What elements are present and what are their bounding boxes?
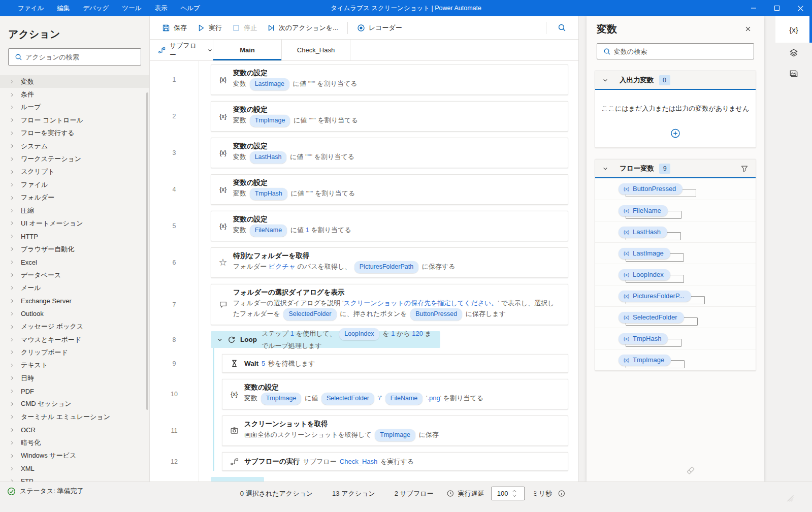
flow-action-card[interactable]: {x}変数の設定変数 TmpImage に値 '""' を割り当てる: [211, 101, 568, 132]
tab-Check_Hash[interactable]: Check_Hash: [282, 40, 350, 60]
flow-action-card[interactable]: {x}変数の設定変数 LastImage に値 '""' を割り当てる: [211, 65, 568, 95]
variables-search-input[interactable]: [614, 48, 750, 55]
sidebar-item[interactable]: Outlook: [0, 307, 149, 320]
run-delay-input[interactable]: [492, 490, 511, 497]
actions-search-box[interactable]: [8, 48, 141, 66]
sidebar-item[interactable]: ワークステーション: [0, 152, 149, 165]
sidebar-item[interactable]: 日時: [0, 372, 149, 385]
sidebar-item[interactable]: OCR: [0, 424, 149, 436]
io-variables-header[interactable]: 入出力変数 0: [595, 71, 756, 90]
flow-variable-row[interactable]: (x)TmpImage: [595, 349, 756, 370]
sidebar-item[interactable]: クリップボード: [0, 346, 149, 359]
sidebar-item[interactable]: Exchange Server: [0, 295, 149, 307]
end-action[interactable]: End: [211, 477, 264, 482]
flow-action-card[interactable]: Wait5 秒を待機します: [222, 354, 568, 373]
sidebar-item[interactable]: Windows サービス: [0, 449, 149, 462]
sidebar-item[interactable]: スクリプト: [0, 166, 149, 178]
sidebar-item[interactable]: システム: [0, 140, 149, 152]
menu-item-表示[interactable]: 表示: [148, 0, 174, 16]
variable-chip[interactable]: (x)TmpImage: [619, 355, 671, 366]
flow-action-card[interactable]: {x}変数の設定変数 TmpHash に値 '""' を割り当てる: [211, 174, 568, 205]
variable-pill[interactable]: SelectedFolder: [321, 393, 374, 405]
close-variables-panel-button[interactable]: [741, 22, 755, 36]
spin-down-icon[interactable]: [512, 494, 517, 497]
sidebar-item[interactable]: Excel: [0, 255, 149, 268]
sidebar-item[interactable]: ターミナル エミュレーション: [0, 410, 149, 423]
sidebar-item[interactable]: ファイル: [0, 178, 149, 191]
sidebar-item[interactable]: CMD セッション: [0, 398, 149, 410]
value-link[interactable]: ピクチャ: [269, 263, 296, 270]
rail-images-button[interactable]: [775, 63, 812, 83]
sidebar-item[interactable]: マウスとキーボード: [0, 333, 149, 346]
flow-variable-row[interactable]: (x)LoopIndex: [595, 264, 756, 285]
menu-item-ファイル[interactable]: ファイル: [11, 0, 50, 16]
menu-item-編集[interactable]: 編集: [50, 0, 76, 16]
value-link[interactable]: Check_Hash: [340, 458, 377, 465]
variable-pill[interactable]: TmpHash: [250, 188, 287, 200]
add-io-variable-button[interactable]: [671, 129, 680, 138]
eraser-icon[interactable]: [686, 465, 696, 475]
flow-action-card[interactable]: スクリーンショットを取得画面全体のスクリーンショットを取得して TmpImage…: [222, 415, 568, 446]
flow-action-card[interactable]: フォルダーの選択ダイアログを表示フォルダーの選択ダイアログを説明 'スクリーンシ…: [211, 284, 568, 325]
flow-action-card[interactable]: ☆特別なフォルダーを取得フォルダー ピクチャ のパスを取得し、 Pictures…: [211, 247, 568, 278]
variable-pill[interactable]: ButtonPressed: [410, 308, 462, 321]
variable-pill[interactable]: LastImage: [250, 78, 289, 90]
sidebar-item[interactable]: 圧縮: [0, 204, 149, 217]
variable-chip[interactable]: (x)LoopIndex: [619, 269, 670, 280]
variable-pill[interactable]: LastHash: [250, 151, 287, 164]
sidebar-item[interactable]: HTTP: [0, 230, 149, 243]
sidebar-item[interactable]: 暗号化: [0, 436, 149, 449]
sidebar-item[interactable]: 条件: [0, 88, 149, 101]
rail-variables-button[interactable]: {x}: [775, 16, 812, 43]
save-button[interactable]: 保存: [157, 20, 192, 36]
variable-chip[interactable]: (x)PicturesFolderP...: [619, 291, 691, 302]
close-button[interactable]: [789, 0, 812, 16]
flow-action-card[interactable]: {x}変数の設定変数 FileName に値 1 を割り当てる: [211, 211, 568, 241]
flow-variable-row[interactable]: (x)TmpHash: [595, 328, 756, 349]
sidebar-item[interactable]: ループ: [0, 101, 149, 114]
filter-icon[interactable]: [740, 165, 749, 173]
variable-chip[interactable]: (x)SelectedFolder: [619, 312, 684, 323]
flow-action-card[interactable]: {x}変数の設定変数 LastHash に値 '""' を割り当てる: [211, 138, 568, 168]
chevron-down-icon[interactable]: [217, 336, 223, 344]
sidebar-item[interactable]: フローを実行する: [0, 127, 149, 140]
flow-variable-row[interactable]: (x)LastHash: [595, 221, 756, 242]
flow-action-card[interactable]: {x}変数の設定変数 TmpImage に値 SelectedFolder '/…: [222, 379, 568, 409]
sidebar-item[interactable]: メール: [0, 281, 149, 294]
variable-pill[interactable]: TmpImage: [261, 393, 302, 405]
variable-pill[interactable]: SelectedFolder: [283, 308, 336, 321]
search-icon[interactable]: [558, 23, 566, 32]
maximize-button[interactable]: [765, 0, 789, 16]
sidebar-item[interactable]: ブラウザー自動化: [0, 243, 149, 255]
subflow-dropdown[interactable]: サブフロー: [150, 40, 213, 60]
run-next-action-button[interactable]: 次のアクションを...: [262, 20, 343, 36]
variable-pill[interactable]: LoopIndex: [339, 328, 379, 340]
loop-action[interactable]: Loopステップ 1 を使用して、 LoopIndex を 1 から 120 ま…: [211, 331, 440, 348]
flow-variable-row[interactable]: (x)FileName: [595, 200, 756, 221]
variables-search-box[interactable]: [597, 43, 754, 59]
flow-variable-row[interactable]: (x)LastImage: [595, 242, 756, 264]
recorder-button[interactable]: レコーダー: [352, 20, 407, 36]
actions-search-input[interactable]: [25, 53, 137, 61]
variable-chip[interactable]: (x)FileName: [619, 205, 668, 216]
sidebar-item[interactable]: 変数: [0, 75, 149, 88]
menu-item-ツール[interactable]: ツール: [115, 0, 148, 16]
run-delay-stepper[interactable]: [492, 487, 525, 500]
rail-ui-elements-button[interactable]: [775, 43, 812, 63]
run-button[interactable]: 実行: [192, 20, 227, 36]
menu-item-デバッグ[interactable]: デバッグ: [76, 0, 115, 16]
sidebar-item[interactable]: XML: [0, 462, 149, 475]
variable-pill[interactable]: FileName: [385, 393, 423, 405]
sidebar-item[interactable]: フロー コントロール: [0, 114, 149, 126]
variable-pill[interactable]: FileName: [250, 225, 287, 237]
sidebar-item[interactable]: テキスト: [0, 359, 149, 372]
variable-pill[interactable]: PicturesFolderPath: [354, 261, 418, 273]
resize-grip[interactable]: [786, 494, 794, 502]
sidebar-item[interactable]: データベース: [0, 269, 149, 281]
variable-pill[interactable]: TmpImage: [375, 429, 415, 441]
tab-Main[interactable]: Main: [213, 40, 282, 60]
sidebar-item[interactable]: フォルダー: [0, 191, 149, 204]
variable-chip[interactable]: (x)ButtonPressed: [619, 183, 683, 195]
flow-variable-row[interactable]: (x)PicturesFolderP...: [595, 285, 756, 306]
sidebar-item[interactable]: UI オートメーション: [0, 217, 149, 230]
